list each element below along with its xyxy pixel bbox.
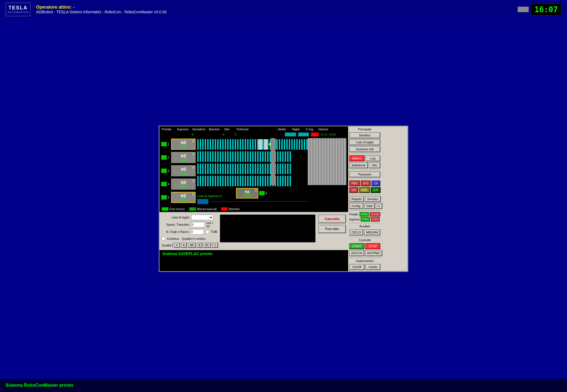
col-polmone: Polmone [237,128,252,131]
divider-8 [349,258,380,258]
slot-box-3: h0 00000 0 [171,165,196,176]
lista-label: Lista di ingresso [197,194,220,198]
ingresso-open-btn[interactable]: OPEN [361,217,370,222]
machine-row-3: 3 h0 00000 0 [161,165,197,177]
principale-title: Principale [349,128,380,131]
slot-box-5b: h0 00000 0 [236,188,258,198]
onoff-btn[interactable]: On/Off [349,264,364,270]
sinottico-btn[interactable]: Sinottico [349,132,380,138]
slot5-counter: 0 [192,193,194,196]
divider-4 [349,194,380,195]
start-btn[interactable]: START [349,243,364,249]
gestione-lotti-btn[interactable]: Gestione lotti [349,146,380,152]
qualita-label: Qualità [162,244,171,247]
log-btn[interactable]: Log [365,155,381,161]
info-btn[interactable]: Info [369,162,380,168]
footer-text: Sistema RoboConMaster pronto [6,383,73,388]
qualita-btn-b[interactable]: B [197,243,202,248]
slot3-code: 00000 [179,172,187,175]
liste-taglio-btn[interactable]: Liste di taglio [349,139,380,145]
legend-barriere: Barriere [221,207,240,211]
cing-indicator [311,133,319,136]
tutti-checkbox[interactable] [206,230,209,234]
registri-btn[interactable]: Registri [349,196,364,202]
portale-close-btn[interactable]: CLOSE [369,212,380,217]
simulaz-btn[interactable]: Simulaz. [365,196,381,202]
cancella-button[interactable]: Cancella [318,215,346,223]
header-operator: Operatore attivo: - [36,5,518,10]
qualita-btn-bc[interactable]: BC [203,243,211,248]
slot2-code: 00000 [179,159,187,162]
app-body: Portale Ingresso Semaforo Barriere Slot … [160,126,407,271]
start-stop-row: START STOP [349,243,380,249]
parametri-btn[interactable]: Parametri [349,171,380,177]
nfogli-row: N. Fogli x Pacco Tutti [162,229,217,235]
slot-box-5: h0 00000 0 [171,192,196,203]
legend-barriere-label: Barriere [229,207,240,211]
slot4-label: h0 [181,180,186,185]
ingresso-lock-btn[interactable]: LOCK [371,217,380,222]
qualita-btn-c[interactable]: C [212,243,218,248]
row2-indicator [161,155,167,160]
row5-secondary-area: h0 00000 0 6 [236,188,267,198]
header-bar: TESLA AUTOMATION Operatore attivo: - ADB… [0,0,567,19]
statistiche-btn[interactable]: Statistiche [349,162,368,168]
vis-btn[interactable]: VIS [349,187,358,193]
slot3-label: h0 [181,167,186,172]
slot5b-counter: 0 [255,189,257,192]
stati-btn[interactable]: Stati [364,203,375,209]
qualita-row: Qualità X A AB B BC C [162,243,217,248]
controllo-title: Controllo [349,238,380,242]
col-ingresso: Ingresso [177,128,192,131]
portale-label: Portale [349,213,359,216]
ingresso-bar-row [197,199,308,204]
slot5-label: h0 [181,194,186,198]
row4-num: 4 [168,182,170,186]
portale-open-btn[interactable]: OPEN [360,212,369,217]
misura-btn[interactable]: MISURA [364,229,380,235]
cut-btn[interactable]: CUT [371,187,381,193]
rstpmc-btn[interactable]: RSTPMC [365,250,382,256]
right-action-buttons: Cancella Fine lotto [318,215,346,233]
ingresso-line [209,201,308,202]
ciclo-btn[interactable]: CICLO [349,229,363,235]
statistiche-info-row: Statistiche Info [349,162,380,168]
lista-taglio-row: Lista di taglio [162,215,217,220]
qualita-btn-x[interactable]: X [174,243,180,248]
config-btn[interactable]: Config. [349,203,363,209]
qualita-btn-a[interactable]: A [181,243,187,248]
footer-bar: Sistema RoboConMaster pronto [0,378,567,392]
qualita-btn-ab[interactable]: AB [188,243,195,248]
slot-box-2: h0 00000 0 [171,152,196,163]
barriere-val: 0 [222,133,234,136]
finelotto-button[interactable]: Fine lotto [318,225,346,233]
conveyor-row4 [197,176,291,186]
conveyor-row3 [197,164,291,174]
lista-taglio-select[interactable] [191,215,213,220]
spess-input[interactable] [191,222,205,227]
stop-btn[interactable]: STOP [365,243,381,249]
pmc-btn[interactable]: PMC [349,180,360,186]
rstcn-btn[interactable]: RSTCN [349,250,364,256]
nfogli-input[interactable] [190,229,204,235]
wbk-btn[interactable]: WBK [359,187,370,193]
supervisione-title: Supervisione [349,259,380,263]
slot4-code: 00000 [179,185,187,188]
cn-btn[interactable]: CN [371,180,380,186]
portale-ingresso-section: Portale OPEN CLOSE Ingresso OPEN LOCK [349,212,380,222]
c-btn[interactable]: C [376,203,382,209]
continuo-checkbox[interactable] [162,237,165,240]
divider-1 [349,154,380,154]
machine-row-1: 1 h0 00000 0 [161,138,197,150]
legend-fine-tronco: Fine tronco [162,207,185,211]
center-display [220,215,315,242]
allarmi-btn[interactable]: Allarmi [349,155,364,161]
row1-num: 1 [168,142,170,146]
row5-indicator [161,195,167,200]
uscita-btn[interactable]: Uscita [365,264,381,270]
clock-indicator [518,7,529,12]
legend-fine-tronco-label: Fine tronco [169,207,185,211]
status-indicator-row: - - 0 - 0 0 0 x 0 - 0,0,0 [160,132,348,137]
left-controls: Lista di taglio Spess. Tranciato mm / 10… [162,215,217,248]
sys-btn[interactable]: SYS [361,180,371,186]
